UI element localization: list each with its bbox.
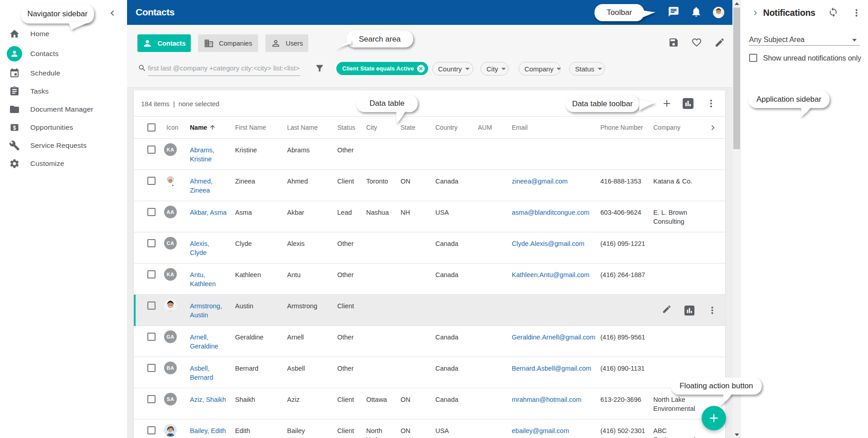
svg-text:$: $	[13, 125, 16, 131]
